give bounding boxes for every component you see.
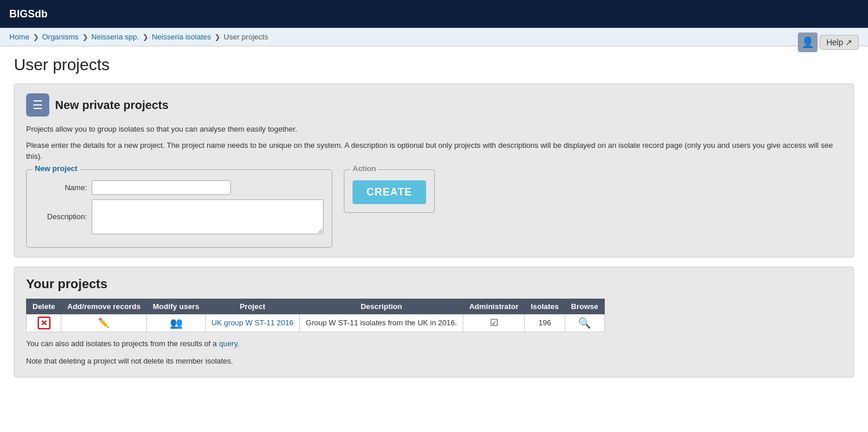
help-label: Help xyxy=(826,38,843,47)
desc2: Please enter the details for a new proje… xyxy=(26,140,842,162)
cell-delete: ✕ xyxy=(27,314,61,332)
col-isolates: Isolates xyxy=(525,299,565,314)
list-icon: ☰ xyxy=(32,98,43,112)
action-fieldset: Action CREATE xyxy=(344,169,435,213)
cell-browse: 🔍 xyxy=(565,314,604,332)
table-row: ✕ ✏️ 👥 UK group W ST-11 2016 Group W ST-… xyxy=(27,314,605,332)
breadcrumb: Home ❯ Organisms ❯ Neisseria spp. ❯ Neis… xyxy=(0,28,868,46)
sep4: ❯ xyxy=(215,33,220,41)
description-row: Description: xyxy=(35,199,324,234)
query-link[interactable]: query xyxy=(219,339,238,348)
your-projects-panel: Your projects Delete Add/remove records … xyxy=(14,267,854,378)
new-project-fieldset: New project Name: Description: xyxy=(26,169,332,248)
name-input[interactable] xyxy=(92,180,231,195)
new-projects-panel: ☰ New private projects Projects allow yo… xyxy=(14,84,854,257)
external-link-icon: ↗ xyxy=(845,38,852,47)
name-label: Name: xyxy=(35,183,87,192)
cell-description: Group W ST-11 isolates from the UK in 20… xyxy=(300,314,463,332)
breadcrumb-current: User projects xyxy=(224,32,268,41)
sep2: ❯ xyxy=(82,33,88,41)
col-description: Description xyxy=(300,299,463,314)
app-title: BIGSdb xyxy=(9,8,48,20)
projects-table: Delete Add/remove records Modify users P… xyxy=(26,299,605,332)
cell-administrator: ☑ xyxy=(463,314,525,332)
edit-icon[interactable]: ✏️ xyxy=(98,318,110,328)
footer-note-1: You can also add isolates to projects fr… xyxy=(26,338,842,350)
col-delete: Delete xyxy=(27,299,61,314)
col-modify-users: Modify users xyxy=(147,299,205,314)
modify-users-icon[interactable]: 👥 xyxy=(170,317,183,329)
desc1: Projects allow you to group isolates so … xyxy=(26,124,842,135)
panel-header: ☰ New private projects xyxy=(26,93,842,117)
create-button[interactable]: CREATE xyxy=(353,180,426,204)
project-link[interactable]: UK group W ST-11 2016 xyxy=(212,318,294,327)
form-section: New project Name: Description: Action CR… xyxy=(26,169,842,248)
breadcrumb-neisseria-spp[interactable]: Neisseria spp. xyxy=(92,32,139,41)
your-projects-title: Your projects xyxy=(26,277,842,292)
cell-add-remove: ✏️ xyxy=(61,314,147,332)
col-administrator: Administrator xyxy=(463,299,525,314)
panel-icon: ☰ xyxy=(26,93,49,117)
col-browse: Browse xyxy=(565,299,604,314)
new-projects-title: New private projects xyxy=(55,99,169,112)
breadcrumb-organisms[interactable]: Organisms xyxy=(42,32,79,41)
fieldset-legend: New project xyxy=(32,164,80,173)
footer-note-2: Note that deleting a project will not de… xyxy=(26,355,842,368)
page-title: User projects xyxy=(14,56,854,74)
col-add-remove: Add/remove records xyxy=(61,299,147,314)
col-project: Project xyxy=(205,299,300,314)
cell-modify-users: 👥 xyxy=(147,314,205,332)
top-bar: BIGSdb xyxy=(0,0,868,28)
delete-button[interactable]: ✕ xyxy=(38,317,50,329)
table-header-row: Delete Add/remove records Modify users P… xyxy=(27,299,605,314)
description-input[interactable] xyxy=(92,199,324,234)
action-legend: Action xyxy=(350,164,378,173)
footer-text-1: You can also add isolates to projects fr… xyxy=(26,339,217,348)
sep1: ❯ xyxy=(33,33,39,41)
browse-icon[interactable]: 🔍 xyxy=(578,317,591,329)
cell-project-name: UK group W ST-11 2016 xyxy=(205,314,300,332)
description-label: Description: xyxy=(35,212,87,221)
cell-isolates: 196 xyxy=(525,314,565,332)
sep3: ❯ xyxy=(143,33,148,41)
admin-checkbox-icon: ☑ xyxy=(490,318,498,328)
breadcrumb-home[interactable]: Home xyxy=(9,32,30,41)
breadcrumb-neisseria-isolates[interactable]: Neisseria isolates xyxy=(152,32,211,41)
page-content: User projects ☰ New private projects Pro… xyxy=(0,46,868,396)
name-row: Name: xyxy=(35,180,324,195)
